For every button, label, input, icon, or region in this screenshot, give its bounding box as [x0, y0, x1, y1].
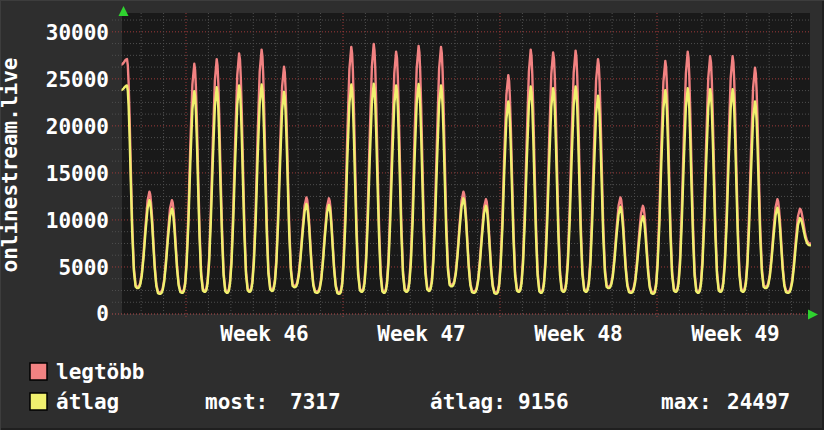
- x-tick-label: Week 48: [534, 322, 623, 346]
- y-axis-arrow-icon: [119, 6, 129, 16]
- y-tick-label: 5000: [58, 256, 109, 280]
- stat-most-label: most:: [205, 390, 268, 414]
- x-axis-arrow-icon: [808, 310, 818, 320]
- y-tick-label: 25000: [46, 68, 109, 92]
- vertical-axis-title: onlinestream.live: [0, 58, 22, 273]
- x-axis-labels: Week 46 Week 47 Week 48 Week 49: [220, 322, 780, 346]
- x-tick-label: Week 47: [377, 322, 466, 346]
- x-tick-label: Week 49: [691, 322, 780, 346]
- stat-most-value: 7317: [290, 390, 341, 414]
- y-tick-label: 20000: [46, 115, 109, 139]
- legend-swatch-legtobb: [30, 363, 47, 380]
- stat-max: max:24497: [661, 390, 790, 414]
- y-tick-label: 0: [96, 302, 109, 326]
- y-tick-label: 30000: [46, 21, 109, 45]
- rrd-graph-panel: 0 5000 10000 15000 20000 25000 30000 Wee…: [0, 0, 824, 430]
- y-tick-label: 10000: [46, 209, 109, 233]
- stat-atlag: átlag:9156: [430, 390, 569, 414]
- legend-swatch-atlag: [30, 393, 47, 410]
- stat-atlag-value: 9156: [518, 390, 569, 414]
- stat-most: most:7317: [205, 390, 341, 414]
- legend-label-atlag: átlag: [56, 390, 119, 414]
- viewer-graph: 0 5000 10000 15000 20000 25000 30000 Wee…: [0, 0, 824, 430]
- stat-max-label: max:: [661, 390, 712, 414]
- x-tick-label: Week 46: [220, 322, 309, 346]
- stat-atlag-label: átlag:: [430, 390, 506, 414]
- y-tick-label: 15000: [46, 162, 109, 186]
- y-axis-labels: 0 5000 10000 15000 20000 25000 30000: [46, 21, 109, 327]
- legend: legtöbb átlag most:7317 átlag:9156 max:2…: [30, 360, 790, 414]
- legend-label-legtobb: legtöbb: [56, 360, 145, 384]
- stat-max-value: 24497: [727, 390, 790, 414]
